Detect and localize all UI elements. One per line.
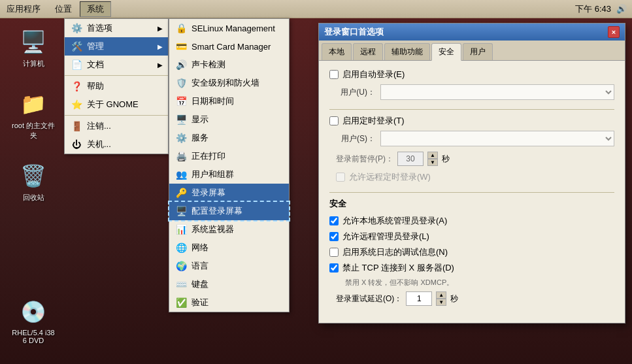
section-sep-2 (329, 192, 614, 193)
submenu-item-print[interactable]: 🖨️ 正在打印 (169, 147, 289, 165)
submenu-item-keyboard[interactable]: ⌨️ 键盘 (169, 275, 289, 293)
sec-item-2: 启用系统日志的调试信息(N) (329, 246, 614, 258)
sec-checkbox-0[interactable] (329, 216, 339, 225)
smartcard-icon: 💳 (175, 40, 188, 53)
admin-icon: 🛠️ (70, 40, 83, 53)
clock: 下午 6:43 (575, 3, 611, 15)
dialog-titlebar: 登录窗口首选项 × (319, 24, 625, 41)
taskbar-places-btn[interactable]: 位置 (48, 2, 78, 16)
tab-local[interactable]: 本地 (322, 43, 352, 60)
menu-item-admin[interactable]: 🛠️ 管理 ▶ (65, 37, 168, 56)
login-prefs-dialog: 登录窗口首选项 × 本地 远程 辅助功能 安全 用户 启用自动登录(E) 用户(… (318, 23, 625, 323)
help-icon: ❓ (70, 80, 83, 93)
sound-label: 声卡检测 (191, 59, 225, 71)
selinux-icon: 🔒 (175, 22, 188, 35)
sysmon-label: 系统监视器 (191, 223, 234, 235)
preferences-icon: ⚙️ (70, 22, 83, 35)
volume-icon[interactable]: 🔊 (616, 4, 627, 14)
submenu-item-selinux[interactable]: 🔒 SELinux Management (169, 19, 289, 37)
submenu-item-security[interactable]: 🛡️ 安全级别和防火墙 (169, 74, 289, 92)
delay-input[interactable] (397, 152, 424, 166)
retry-label: 登录重试延迟(O)： (336, 293, 402, 305)
about-label: 关于 GNOME (87, 99, 139, 110)
menu-item-docs[interactable]: 📄 文档 ▶ (65, 56, 168, 74)
sec-label-2: 启用系统日志的调试信息(N) (342, 246, 448, 258)
trash-icon[interactable]: 🗑️ 回收站 (10, 160, 56, 203)
submenu-item-auth[interactable]: ✅ 验证 (169, 293, 289, 312)
sec-checkbox-2[interactable] (329, 248, 339, 257)
taskbar-top: 应用程序 位置 系统 下午 6:43 🔊 (0, 0, 632, 18)
sec-checkbox-3[interactable] (329, 263, 339, 273)
menu-item-preferences[interactable]: ⚙️ 首选项 ▶ (65, 19, 168, 37)
submenu-item-sound[interactable]: 🔊 声卡检测 (169, 56, 289, 74)
retry-unit: 秒 (450, 293, 458, 305)
taskbar-system-btn[interactable]: 系统 (80, 1, 111, 17)
auto-login-user-row: 用户(U)： (329, 84, 614, 100)
submenu-item-language[interactable]: 🌍 语言 (169, 257, 289, 275)
taskbar-right: 下午 6:43 🔊 (575, 3, 632, 15)
taskbar-apps-btn[interactable]: 应用程序 (0, 2, 47, 16)
retry-up-btn[interactable]: ▲ (436, 291, 446, 299)
submenu-item-users[interactable]: 👥 用户和组群 (169, 165, 289, 184)
dialog-content: 启用自动登录(E) 用户(U)： 启用定时登录(T) 用户(S)： (319, 61, 625, 323)
menu-item-about[interactable]: ⭐ 关于 GNOME (65, 95, 168, 114)
menu-item-logout[interactable]: 🚪 注销... (65, 117, 168, 135)
delay-unit: 秒 (442, 154, 450, 165)
submenu-item-network[interactable]: 🌐 网络 (169, 239, 289, 257)
timed-login-user-select[interactable] (380, 131, 614, 146)
services-label: 服务 (191, 132, 208, 144)
docs-label: 文档 (87, 59, 104, 71)
retry-delay-row: 登录重试延迟(O)： ▲ ▼ 秒 (329, 291, 614, 306)
computer-icon[interactable]: 🖥️ 计算机 (10, 26, 56, 69)
sec-item-3: 禁止 TCP 连接到 X 服务器(D) (329, 262, 614, 274)
home-folder-icon-label: root 的主文件夹 (10, 121, 56, 141)
dialog-close-button[interactable]: × (608, 26, 620, 38)
dialog-tabs: 本地 远程 辅助功能 安全 用户 (319, 41, 625, 61)
timed-login-user-row: 用户(S)： (329, 131, 614, 146)
submenu-item-sysmon[interactable]: 📊 系统监视器 (169, 220, 289, 239)
tab-remote[interactable]: 远程 (353, 43, 383, 60)
submenu-item-smartcard[interactable]: 💳 Smart Card Manager (169, 37, 289, 56)
services-icon: ⚙️ (175, 131, 188, 144)
computer-icon-img: 🖥️ (18, 26, 49, 58)
menu-item-shutdown[interactable]: ⏻ 关机... (65, 135, 168, 154)
delay-down-btn[interactable]: ▼ (427, 159, 438, 166)
menu-sep-1 (65, 75, 168, 76)
auto-login-checkbox[interactable] (329, 70, 339, 79)
desktop-icons-container: 🖥️ 计算机 📁 root 的主文件夹 🗑️ 回收站 (10, 26, 56, 203)
auth-label: 验证 (191, 297, 208, 308)
submenu-item-datetime[interactable]: 📅 日期和时间 (169, 92, 289, 110)
retry-down-btn[interactable]: ▼ (436, 299, 446, 306)
tab-accessibility[interactable]: 辅助功能 (384, 43, 430, 60)
submenu-item-login-screen[interactable]: 🔑 登录屏幕 (169, 184, 289, 202)
sec-checkbox-1[interactable] (329, 232, 339, 241)
config-login-icon: 🖥️ (175, 205, 188, 218)
dvd-icon[interactable]: 💿 RHEL/5.4 i386 DVD (10, 296, 56, 344)
submenu-item-display[interactable]: 🖥️ 显示 (169, 110, 289, 129)
tcp-note: 禁用 X 转发，但不影响 XDMCP。 (329, 278, 614, 288)
tab-users[interactable]: 用户 (463, 43, 493, 60)
retry-spinner: ▲ ▼ (436, 291, 446, 306)
submenu-item-services[interactable]: ⚙️ 服务 (169, 129, 289, 147)
delay-up-btn[interactable]: ▲ (427, 152, 438, 159)
auto-login-user-select[interactable] (380, 84, 614, 100)
users-label: 用户和组群 (191, 169, 234, 180)
retry-input[interactable] (406, 291, 432, 306)
submenu-item-config-login[interactable]: 🖥️ 配置登录屏幕 (169, 202, 289, 220)
security-label: 安全级别和防火墙 (191, 77, 259, 89)
admin-arrow: ▶ (158, 43, 163, 50)
menu-item-help[interactable]: ❓ 帮助 (65, 77, 168, 95)
remote-timed-login-label: 允许远程定时登录(W) (349, 171, 431, 183)
users-icon: 👥 (175, 168, 188, 181)
datetime-icon: 📅 (175, 95, 188, 108)
delay-spinner: ▲ ▼ (427, 152, 438, 166)
tab-security[interactable]: 安全 (431, 43, 461, 61)
timed-login-user-label: 用户(S)： (336, 133, 375, 144)
sysmon-icon: 📊 (175, 223, 188, 236)
timed-login-delay-row: 登录前暂停(P)： ▲ ▼ 秒 (329, 152, 614, 166)
computer-icon-label: 计算机 (23, 59, 44, 69)
remote-timed-login-checkbox[interactable] (336, 173, 345, 182)
home-folder-icon[interactable]: 📁 root 的主文件夹 (10, 88, 56, 141)
timed-login-checkbox[interactable] (329, 116, 339, 125)
dvd-icon-area: 💿 RHEL/5.4 i386 DVD (10, 296, 56, 344)
